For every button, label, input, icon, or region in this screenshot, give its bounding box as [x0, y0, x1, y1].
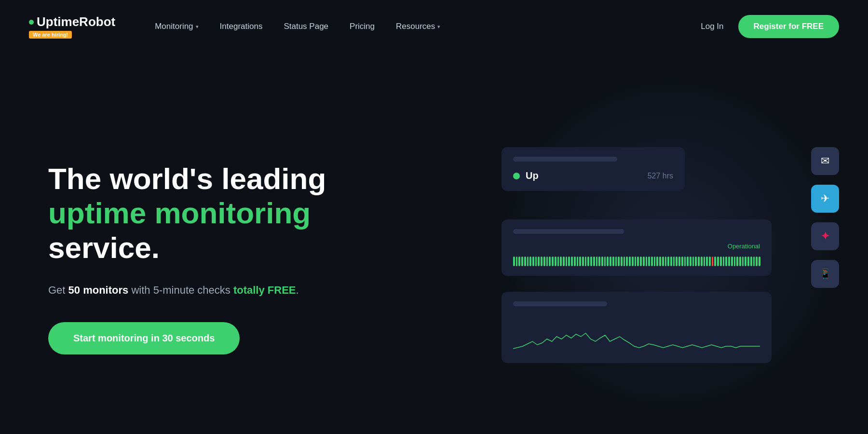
card-bar-1 — [513, 157, 617, 162]
hero-sub-green: totally FREE — [233, 284, 296, 296]
bar-segment — [742, 257, 744, 266]
bar-segment — [692, 257, 694, 266]
register-button[interactable]: Register for FREE — [738, 15, 839, 38]
bar-segment — [745, 257, 746, 266]
bar-segment — [676, 257, 678, 266]
bar-segment — [585, 257, 587, 266]
nav-monitoring[interactable]: Monitoring ▾ — [144, 18, 209, 35]
bar-segment — [673, 257, 675, 266]
hero-title-line3: service. — [48, 231, 160, 264]
hiring-badge[interactable]: We are hiring! — [29, 31, 72, 39]
card-bar-3 — [513, 301, 607, 306]
bar-segment — [654, 257, 656, 266]
bar-segment — [524, 257, 526, 266]
bar-segment — [532, 257, 534, 266]
hero-sub-p2: with 5-minute checks — [128, 284, 233, 296]
bar-segment — [518, 257, 520, 266]
nav-pricing[interactable]: Pricing — [339, 18, 385, 35]
bar-segment — [555, 257, 556, 266]
hero-section: The world's leading uptime monitoring se… — [0, 53, 868, 434]
logo-text: UptimeRobot — [37, 14, 115, 29]
bar-segment — [681, 257, 683, 266]
nav-pricing-label: Pricing — [350, 22, 375, 31]
hero-left: The world's leading uptime monitoring se… — [48, 162, 386, 354]
bar-segment — [714, 257, 716, 266]
telegram-icon: ✈ — [811, 185, 839, 213]
bar-segment — [753, 257, 755, 266]
bar-segment — [566, 257, 568, 266]
status-dot — [513, 173, 520, 179]
nav-resources[interactable]: Resources ▾ — [385, 18, 451, 35]
bar-segment — [709, 257, 711, 266]
bar-segment — [695, 257, 697, 266]
bar-segment — [596, 257, 598, 266]
hero-sub-p1: Get — [48, 284, 68, 296]
bar-segment — [728, 257, 730, 266]
bar-segment — [626, 257, 628, 266]
bar-segment — [640, 257, 642, 266]
bar-segment — [552, 257, 554, 266]
bar-segment — [731, 257, 733, 266]
nav-status-page[interactable]: Status Page — [273, 18, 339, 35]
bar-segment — [582, 257, 584, 266]
nav-integrations[interactable]: Integrations — [209, 18, 273, 35]
bar-segment — [725, 257, 727, 266]
bar-segment — [717, 257, 719, 266]
bar-segment — [557, 257, 559, 266]
bar-segment — [701, 257, 703, 266]
bar-segment — [590, 257, 592, 266]
bar-segment — [736, 257, 738, 266]
bar-chart — [513, 253, 760, 266]
operational-label: Operational — [513, 243, 760, 250]
bar-segment — [549, 257, 551, 266]
bar-segment — [656, 257, 658, 266]
bar-segment — [629, 257, 631, 266]
bar-segment — [516, 257, 518, 266]
bar-segment — [747, 257, 749, 266]
bar-segment — [759, 257, 760, 266]
card-bar-2 — [513, 229, 624, 234]
bar-segment — [604, 257, 606, 266]
bar-segment — [687, 257, 689, 266]
bar-segment — [535, 257, 537, 266]
chevron-down-icon: ▾ — [196, 24, 199, 30]
bar-segment — [601, 257, 603, 266]
bar-segment — [756, 257, 758, 266]
dashboard-container: Up 527 hrs Operational — [502, 118, 839, 369]
bar-segment — [598, 257, 600, 266]
bar-segment — [698, 257, 700, 266]
bar-segment — [538, 257, 540, 266]
bar-segment — [684, 257, 686, 266]
bar-segment — [712, 257, 714, 266]
bar-segment — [513, 257, 515, 266]
bar-segment — [659, 257, 661, 266]
bar-segment — [750, 257, 752, 266]
nav-monitoring-label: Monitoring — [155, 22, 193, 31]
bar-segment — [607, 257, 609, 266]
bar-segment — [720, 257, 722, 266]
bar-segment — [546, 257, 548, 266]
bar-segment — [734, 257, 736, 266]
logo[interactable]: UptimeRobot — [29, 14, 115, 29]
login-link[interactable]: Log In — [701, 22, 723, 31]
bar-segment — [678, 257, 680, 266]
email-icon: ✉ — [811, 147, 839, 175]
bar-segment — [670, 257, 672, 266]
line-chart-svg — [513, 315, 760, 353]
line-chart — [513, 315, 760, 353]
operational-card: Operational — [502, 219, 772, 276]
bar-segment — [651, 257, 653, 266]
notification-icons: ✉ ✈ ✦ 📱 — [811, 147, 839, 288]
hero-sub-p3: . — [296, 284, 299, 296]
hero-subtitle: Get 50 monitors with 5-minute checks tot… — [48, 282, 386, 298]
slack-icon: ✦ — [811, 222, 839, 250]
bar-segment — [529, 257, 531, 266]
nav-right: Log In Register for FREE — [701, 15, 839, 38]
bar-segment — [610, 257, 611, 266]
cta-button[interactable]: Start monitoring in 30 seconds — [48, 322, 240, 354]
bar-segment — [521, 257, 523, 266]
hero-title-line1: The world's leading — [48, 162, 326, 195]
bar-segment — [635, 257, 637, 266]
hero-title-line2: uptime monitoring — [48, 196, 311, 230]
bar-segment — [568, 257, 570, 266]
